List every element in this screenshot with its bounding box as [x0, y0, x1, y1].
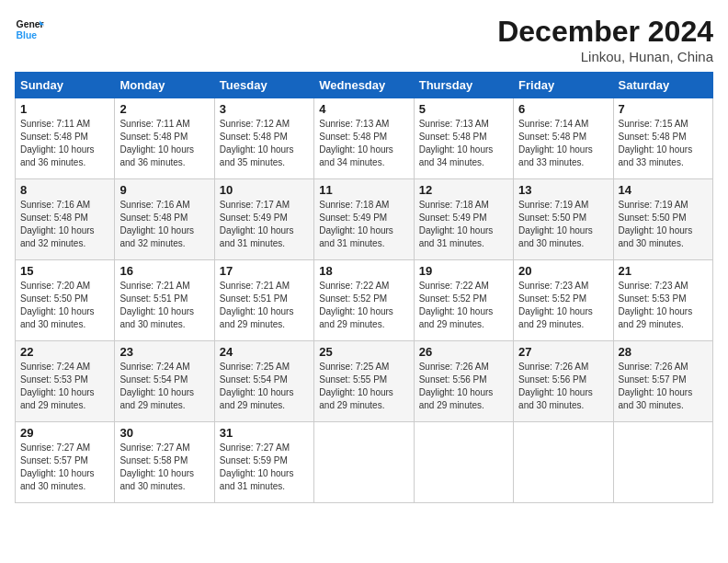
day-number-28: 28	[619, 345, 708, 359]
day-info-27: Sunrise: 7:26 AMSunset: 5:56 PMDaylight:…	[518, 361, 608, 412]
calendar-day-25: 25Sunrise: 7:25 AMSunset: 5:55 PMDayligh…	[314, 341, 414, 422]
day-number-27: 27	[518, 345, 608, 359]
day-number-25: 25	[319, 345, 408, 359]
calendar-day-11: 11Sunrise: 7:18 AMSunset: 5:49 PMDayligh…	[314, 179, 414, 260]
calendar-day-22: 22Sunrise: 7:24 AMSunset: 5:53 PMDayligh…	[16, 341, 115, 422]
calendar-row-4: 22Sunrise: 7:24 AMSunset: 5:53 PMDayligh…	[16, 341, 713, 422]
calendar-day-31: 31Sunrise: 7:27 AMSunset: 5:59 PMDayligh…	[214, 422, 313, 503]
day-info-26: Sunrise: 7:26 AMSunset: 5:56 PMDaylight:…	[419, 361, 508, 412]
calendar-day-27: 27Sunrise: 7:26 AMSunset: 5:56 PMDayligh…	[514, 341, 613, 422]
empty-cell	[514, 422, 613, 503]
day-info-15: Sunrise: 7:20 AMSunset: 5:50 PMDaylight:…	[20, 280, 109, 331]
day-info-9: Sunrise: 7:16 AMSunset: 5:48 PMDaylight:…	[119, 199, 209, 250]
empty-cell	[314, 422, 414, 503]
empty-cell	[613, 422, 712, 503]
day-info-5: Sunrise: 7:13 AMSunset: 5:48 PMDaylight:…	[419, 118, 508, 169]
calendar-day-12: 12Sunrise: 7:18 AMSunset: 5:49 PMDayligh…	[414, 179, 513, 260]
day-info-31: Sunrise: 7:27 AMSunset: 5:59 PMDaylight:…	[220, 442, 309, 493]
calendar-day-29: 29Sunrise: 7:27 AMSunset: 5:57 PMDayligh…	[16, 422, 115, 503]
calendar-day-26: 26Sunrise: 7:26 AMSunset: 5:56 PMDayligh…	[414, 341, 513, 422]
day-number-26: 26	[419, 345, 508, 359]
day-number-10: 10	[220, 183, 309, 197]
day-info-29: Sunrise: 7:27 AMSunset: 5:57 PMDaylight:…	[20, 442, 109, 493]
day-info-7: Sunrise: 7:15 AMSunset: 5:48 PMDaylight:…	[619, 118, 708, 169]
day-number-30: 30	[119, 426, 209, 440]
day-number-14: 14	[619, 183, 708, 197]
header-tuesday: Tuesday	[214, 73, 313, 98]
calendar-day-13: 13Sunrise: 7:19 AMSunset: 5:50 PMDayligh…	[514, 179, 613, 260]
day-info-2: Sunrise: 7:11 AMSunset: 5:48 PMDaylight:…	[119, 118, 209, 169]
day-number-22: 22	[20, 345, 109, 359]
calendar-day-6: 6Sunrise: 7:14 AMSunset: 5:48 PMDaylight…	[514, 98, 613, 179]
day-number-17: 17	[220, 264, 309, 278]
header-saturday: Saturday	[613, 73, 712, 98]
day-number-9: 9	[119, 183, 209, 197]
day-number-15: 15	[20, 264, 109, 278]
day-number-18: 18	[319, 264, 408, 278]
calendar-row-1: 1Sunrise: 7:11 AMSunset: 5:48 PMDaylight…	[16, 98, 713, 179]
day-info-19: Sunrise: 7:22 AMSunset: 5:52 PMDaylight:…	[419, 280, 508, 331]
day-number-29: 29	[20, 426, 109, 440]
calendar-row-3: 15Sunrise: 7:20 AMSunset: 5:50 PMDayligh…	[16, 260, 713, 341]
calendar-day-1: 1Sunrise: 7:11 AMSunset: 5:48 PMDaylight…	[16, 98, 115, 179]
header-sunday: Sunday	[16, 73, 115, 98]
day-number-13: 13	[518, 183, 608, 197]
day-info-11: Sunrise: 7:18 AMSunset: 5:49 PMDaylight:…	[319, 199, 408, 250]
day-info-4: Sunrise: 7:13 AMSunset: 5:48 PMDaylight:…	[319, 118, 408, 169]
day-number-21: 21	[619, 264, 708, 278]
calendar-day-18: 18Sunrise: 7:22 AMSunset: 5:52 PMDayligh…	[314, 260, 414, 341]
day-info-28: Sunrise: 7:26 AMSunset: 5:57 PMDaylight:…	[619, 361, 708, 412]
day-info-20: Sunrise: 7:23 AMSunset: 5:52 PMDaylight:…	[518, 280, 608, 331]
header-thursday: Thursday	[414, 73, 513, 98]
day-number-11: 11	[319, 183, 408, 197]
day-number-16: 16	[119, 264, 209, 278]
calendar-day-15: 15Sunrise: 7:20 AMSunset: 5:50 PMDayligh…	[16, 260, 115, 341]
month-title: December 2024	[497, 15, 713, 49]
calendar-day-16: 16Sunrise: 7:21 AMSunset: 5:51 PMDayligh…	[115, 260, 214, 341]
day-info-3: Sunrise: 7:12 AMSunset: 5:48 PMDaylight:…	[220, 118, 309, 169]
day-number-8: 8	[20, 183, 109, 197]
day-info-23: Sunrise: 7:24 AMSunset: 5:54 PMDaylight:…	[119, 361, 209, 412]
calendar-day-23: 23Sunrise: 7:24 AMSunset: 5:54 PMDayligh…	[115, 341, 214, 422]
day-info-1: Sunrise: 7:11 AMSunset: 5:48 PMDaylight:…	[20, 118, 109, 169]
day-info-12: Sunrise: 7:18 AMSunset: 5:49 PMDaylight:…	[419, 199, 508, 250]
day-number-23: 23	[119, 345, 209, 359]
logo-icon: General Blue	[15, 15, 44, 44]
calendar-day-17: 17Sunrise: 7:21 AMSunset: 5:51 PMDayligh…	[214, 260, 313, 341]
header-wednesday: Wednesday	[314, 73, 414, 98]
day-info-25: Sunrise: 7:25 AMSunset: 5:55 PMDaylight:…	[319, 361, 408, 412]
day-number-4: 4	[319, 102, 408, 116]
day-number-6: 6	[518, 102, 608, 116]
day-info-14: Sunrise: 7:19 AMSunset: 5:50 PMDaylight:…	[619, 199, 708, 250]
day-info-24: Sunrise: 7:25 AMSunset: 5:54 PMDaylight:…	[220, 361, 309, 412]
calendar-table: Sunday Monday Tuesday Wednesday Thursday…	[15, 72, 713, 503]
calendar-day-20: 20Sunrise: 7:23 AMSunset: 5:52 PMDayligh…	[514, 260, 613, 341]
day-info-10: Sunrise: 7:17 AMSunset: 5:49 PMDaylight:…	[220, 199, 309, 250]
empty-cell	[414, 422, 513, 503]
calendar-day-2: 2Sunrise: 7:11 AMSunset: 5:48 PMDaylight…	[115, 98, 214, 179]
calendar-day-7: 7Sunrise: 7:15 AMSunset: 5:48 PMDaylight…	[613, 98, 712, 179]
day-number-3: 3	[220, 102, 309, 116]
calendar-day-28: 28Sunrise: 7:26 AMSunset: 5:57 PMDayligh…	[613, 341, 712, 422]
day-info-13: Sunrise: 7:19 AMSunset: 5:50 PMDaylight:…	[518, 199, 608, 250]
calendar-day-4: 4Sunrise: 7:13 AMSunset: 5:48 PMDaylight…	[314, 98, 414, 179]
title-area: December 2024 Linkou, Hunan, China	[497, 15, 713, 64]
day-info-17: Sunrise: 7:21 AMSunset: 5:51 PMDaylight:…	[220, 280, 309, 331]
calendar-day-8: 8Sunrise: 7:16 AMSunset: 5:48 PMDaylight…	[16, 179, 115, 260]
calendar-day-10: 10Sunrise: 7:17 AMSunset: 5:49 PMDayligh…	[214, 179, 313, 260]
calendar-day-19: 19Sunrise: 7:22 AMSunset: 5:52 PMDayligh…	[414, 260, 513, 341]
day-number-20: 20	[518, 264, 608, 278]
header-friday: Friday	[514, 73, 613, 98]
weekday-header-row: Sunday Monday Tuesday Wednesday Thursday…	[16, 73, 713, 98]
calendar-day-9: 9Sunrise: 7:16 AMSunset: 5:48 PMDaylight…	[115, 179, 214, 260]
calendar-day-5: 5Sunrise: 7:13 AMSunset: 5:48 PMDaylight…	[414, 98, 513, 179]
day-info-18: Sunrise: 7:22 AMSunset: 5:52 PMDaylight:…	[319, 280, 408, 331]
day-info-21: Sunrise: 7:23 AMSunset: 5:53 PMDaylight:…	[619, 280, 708, 331]
day-number-24: 24	[220, 345, 309, 359]
day-number-31: 31	[220, 426, 309, 440]
day-info-6: Sunrise: 7:14 AMSunset: 5:48 PMDaylight:…	[518, 118, 608, 169]
day-number-2: 2	[119, 102, 209, 116]
day-number-1: 1	[20, 102, 109, 116]
day-info-16: Sunrise: 7:21 AMSunset: 5:51 PMDaylight:…	[119, 280, 209, 331]
day-info-30: Sunrise: 7:27 AMSunset: 5:58 PMDaylight:…	[119, 442, 209, 493]
